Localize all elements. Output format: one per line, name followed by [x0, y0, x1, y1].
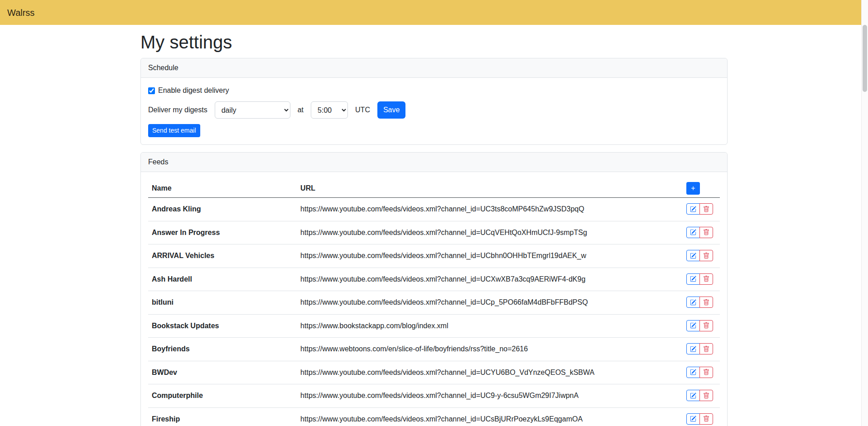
send-test-email-button[interactable]: Send test email [148, 124, 200, 137]
pencil-square-icon [690, 229, 696, 235]
pencil-square-icon [690, 206, 696, 212]
delete-feed-button[interactable] [699, 367, 713, 378]
navbar-brand[interactable]: Walrss [7, 8, 34, 17]
column-header-url: URL [297, 179, 683, 198]
enable-digest-checkbox[interactable] [148, 87, 155, 94]
delete-feed-button[interactable] [699, 227, 713, 238]
pencil-square-icon [690, 299, 696, 306]
trash-icon [703, 229, 709, 235]
trash-icon [703, 322, 709, 329]
pencil-square-icon [690, 253, 696, 259]
feed-url: https://www.youtube.com/feeds/videos.xml… [297, 361, 683, 384]
pencil-square-icon [690, 369, 696, 375]
delete-feed-button[interactable] [699, 343, 713, 354]
edit-feed-button[interactable] [686, 343, 700, 354]
edit-feed-button[interactable] [686, 297, 700, 308]
feeds-table: Name URL + Andreas Kling https://www.you… [148, 179, 720, 426]
edit-feed-button[interactable] [686, 413, 700, 425]
feeds-card-header: Feeds [141, 153, 727, 172]
feed-row: Computerphile https://www.youtube.com/fe… [148, 384, 720, 408]
schedule-card-body: Enable digest delivery Deliver my digest… [141, 78, 727, 144]
delete-feed-button[interactable] [699, 390, 713, 401]
feed-actions-group [686, 320, 713, 331]
feed-url: https://www.youtube.com/feeds/videos.xml… [297, 384, 683, 408]
feed-name: Bookstack Updates [148, 314, 297, 338]
main-content: My settings Schedule Enable digest deliv… [135, 32, 733, 426]
feeds-card-body: Name URL + Andreas Kling https://www.you… [141, 172, 727, 426]
enable-digest-label[interactable]: Enable digest delivery [158, 85, 229, 96]
delete-feed-button[interactable] [699, 297, 713, 308]
feed-name: bitluni [148, 291, 297, 315]
feed-name: Andreas Kling [148, 198, 297, 221]
add-feed-button[interactable]: + [686, 182, 700, 195]
save-button[interactable]: Save [377, 101, 405, 119]
feed-row: Answer In Progress https://www.youtube.c… [148, 221, 720, 244]
feed-url: https://www.youtube.com/feeds/videos.xml… [297, 291, 683, 315]
feeds-table-header-row: Name URL + [148, 179, 720, 198]
schedule-card-header: Schedule [141, 58, 727, 78]
feeds-card: Feeds Name URL + Andreas Kling https://w… [140, 152, 728, 426]
delete-feed-button[interactable] [699, 250, 713, 261]
delete-feed-button[interactable] [699, 273, 713, 285]
timezone-label: UTC [355, 106, 370, 114]
pencil-square-icon [690, 392, 696, 399]
trash-icon [703, 392, 709, 399]
edit-feed-button[interactable] [686, 203, 700, 215]
feed-row: ARRIVAL Vehicles https://www.youtube.com… [148, 244, 720, 268]
feed-row: Bookstack Updates https://www.bookstacka… [148, 314, 720, 338]
edit-feed-button[interactable] [686, 390, 700, 401]
feed-url: https://www.webtoons.com/en/slice-of-lif… [297, 338, 683, 361]
trash-icon [703, 346, 709, 352]
feed-url: https://www.youtube.com/feeds/videos.xml… [297, 407, 683, 426]
pencil-square-icon [690, 322, 696, 329]
pencil-square-icon [690, 276, 696, 282]
pencil-square-icon [690, 416, 696, 422]
feed-name: Fireship [148, 407, 297, 426]
feed-actions-group [686, 343, 713, 354]
feed-url: https://www.bookstackapp.com/blog/index.… [297, 314, 683, 338]
at-label: at [298, 106, 304, 114]
deliver-digests-label: Deliver my digests [148, 106, 207, 114]
scrollbar[interactable] [861, 0, 868, 426]
edit-feed-button[interactable] [686, 227, 700, 238]
navbar: Walrss [0, 0, 868, 25]
feed-actions-group [686, 250, 713, 261]
feed-actions-group [686, 273, 713, 285]
feed-row: Ash Hardell https://www.youtube.com/feed… [148, 268, 720, 291]
scrollbar-thumb[interactable] [863, 25, 867, 92]
feed-row: BWDev https://www.youtube.com/feeds/vide… [148, 361, 720, 384]
column-header-name: Name [148, 179, 297, 198]
feed-url: https://www.youtube.com/feeds/videos.xml… [297, 244, 683, 268]
trash-icon [703, 369, 709, 375]
feed-name: Boyfriends [148, 338, 297, 361]
feed-actions-group [686, 390, 713, 401]
feed-name: BWDev [148, 361, 297, 384]
feed-name: Answer In Progress [148, 221, 297, 244]
feed-actions-group [686, 203, 713, 215]
delete-feed-button[interactable] [699, 320, 713, 331]
feed-url: https://www.youtube.com/feeds/videos.xml… [297, 268, 683, 291]
trash-icon [703, 253, 709, 259]
feed-row: Fireship https://www.youtube.com/feeds/v… [148, 407, 720, 426]
edit-feed-button[interactable] [686, 273, 700, 285]
delete-feed-button[interactable] [699, 203, 713, 215]
trash-icon [703, 276, 709, 282]
feed-row: Andreas Kling https://www.youtube.com/fe… [148, 198, 720, 221]
page-title: My settings [140, 32, 728, 53]
time-select[interactable]: 5:00 [311, 101, 348, 119]
feed-row: bitluni https://www.youtube.com/feeds/vi… [148, 291, 720, 315]
trash-icon [703, 299, 709, 306]
frequency-select[interactable]: daily [215, 101, 290, 119]
schedule-card: Schedule Enable digest delivery Deliver … [140, 58, 728, 145]
delete-feed-button[interactable] [699, 413, 713, 425]
feed-url: https://www.youtube.com/feeds/videos.xml… [297, 221, 683, 244]
pencil-square-icon [690, 346, 696, 352]
feed-actions-group [686, 367, 713, 378]
feed-row: Boyfriends https://www.webtoons.com/en/s… [148, 338, 720, 361]
feed-name: Computerphile [148, 384, 297, 408]
feed-url: https://www.youtube.com/feeds/videos.xml… [297, 198, 683, 221]
edit-feed-button[interactable] [686, 367, 700, 378]
edit-feed-button[interactable] [686, 320, 700, 331]
edit-feed-button[interactable] [686, 250, 700, 261]
feed-actions-group [686, 297, 713, 308]
